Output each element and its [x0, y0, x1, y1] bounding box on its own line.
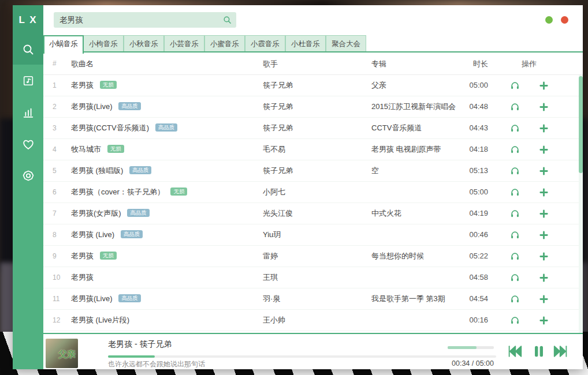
search-submit-icon[interactable]: [222, 15, 232, 27]
listen-button[interactable]: [508, 80, 521, 92]
quality-badge: 无损: [107, 145, 124, 153]
sidebar-item-search[interactable]: [13, 35, 43, 65]
tab-source-5[interactable]: 小蜜音乐: [204, 35, 245, 52]
song-name-cell: 老男孩 无损: [71, 75, 259, 96]
table-row[interactable]: 6 老男孩（cover：筷子兄弟） 无损 小阿七 05:00: [43, 182, 583, 203]
table-row[interactable]: 1 老男孩 无损 筷子兄弟 父亲 05:00: [43, 75, 583, 96]
tab-source-6[interactable]: 小霞音乐: [245, 35, 285, 52]
listen-button[interactable]: [508, 165, 521, 178]
header-name: 歌曲名: [71, 52, 259, 75]
add-button[interactable]: [537, 80, 550, 92]
progress-bar[interactable]: [108, 355, 496, 358]
table-row[interactable]: 3 老男孩(CCTV音乐频道) 高品质 筷子兄弟 CCTV音乐频道 04:43: [43, 118, 583, 139]
listen-button[interactable]: [508, 272, 521, 284]
heart-icon: [21, 137, 35, 151]
quality-badge: 高品质: [127, 209, 150, 217]
sidebar-item-favorites[interactable]: [13, 128, 43, 160]
song-index: 8: [53, 224, 66, 245]
close-button[interactable]: [561, 16, 568, 24]
listen-button[interactable]: [508, 229, 521, 242]
song-name-cell: 牧马城市 无损: [71, 139, 259, 160]
add-button[interactable]: [537, 250, 550, 263]
album-art-title: 父亲: [58, 349, 76, 360]
song-singer: 筷子兄弟: [263, 160, 367, 181]
song-name-cell: 老男孩: [71, 267, 259, 288]
album-art[interactable]: 父亲: [46, 339, 78, 368]
table-row[interactable]: 7 老男孩(女声版) 高品质 光头江俊 中式火花 04:19: [43, 203, 583, 224]
tab-source-3[interactable]: 小秋音乐: [124, 35, 164, 52]
table-row[interactable]: 12 老男孩 (Live片段) 王小帅 00:16: [43, 310, 583, 331]
tab-source-8[interactable]: 聚合大会: [326, 35, 366, 52]
sidebar-item-settings[interactable]: [13, 160, 43, 192]
volume-fill: [448, 346, 477, 349]
lyric-line: 也许永远都不会跟她说出那句话: [108, 359, 205, 369]
pause-button[interactable]: [530, 343, 548, 362]
table-row[interactable]: 11 老男孩(Live) 高品质 羽·泉 我是歌手第一季 第3期 04:54: [43, 288, 583, 310]
song-duration: 05:00: [436, 75, 488, 96]
table-row[interactable]: 9 老男孩 无损 雷婷 每当想你的时候 05:22: [43, 246, 583, 267]
listen-button[interactable]: [508, 314, 521, 327]
song-singer: 小阿七: [263, 182, 367, 202]
add-button[interactable]: [537, 293, 550, 306]
song-name-cell: 老男孩(Live) 高品质: [71, 288, 259, 309]
quality-badge: 高品质: [118, 294, 141, 302]
add-button[interactable]: [537, 314, 550, 327]
listen-button[interactable]: [508, 186, 521, 199]
listen-button[interactable]: [508, 101, 521, 114]
volume-slider[interactable]: [448, 346, 494, 349]
table-row[interactable]: 4 牧马城市 无损 毛不易 老男孩 电视剧原声带 04:18: [43, 139, 583, 160]
song-name-cell: 老男孩 (独唱版) 高品质: [71, 160, 259, 181]
song-title: 老男孩: [71, 81, 94, 89]
tab-source-7[interactable]: 小杜音乐: [285, 35, 326, 52]
add-button[interactable]: [537, 122, 550, 135]
song-index: 5: [53, 160, 66, 181]
song-title: 老男孩(女声版): [71, 209, 121, 217]
sidebar-item-leaderboard[interactable]: [13, 96, 43, 128]
listen-button[interactable]: [508, 144, 521, 156]
song-index: 12: [53, 310, 66, 331]
add-button[interactable]: [537, 229, 550, 242]
app-logo: L X: [13, 5, 43, 35]
song-title: 老男孩（cover：筷子兄弟）: [71, 187, 165, 196]
song-duration: 05:13: [436, 160, 488, 181]
add-button[interactable]: [537, 144, 550, 156]
song-duration: 04:43: [436, 118, 488, 138]
search-icon: [21, 43, 35, 57]
minimize-button[interactable]: [545, 16, 553, 24]
previous-button[interactable]: [505, 343, 524, 362]
table-row[interactable]: 10 老男孩 王琪 04:58: [43, 267, 583, 288]
listen-button[interactable]: [508, 122, 521, 135]
header-actions: 操作: [508, 52, 550, 74]
progress-fill: [108, 355, 155, 358]
table-row[interactable]: 2 老男孩(Live) 高品质 筷子兄弟 2015江苏卫视新年演唱会 04:48: [43, 96, 583, 118]
tab-source-4[interactable]: 小芸音乐: [164, 35, 204, 52]
add-button[interactable]: [537, 272, 550, 284]
add-button[interactable]: [537, 101, 550, 114]
player-bar: 父亲 老男孩 - 筷子兄弟 也许永远都不会跟她说出那句话 00:34 / 05:…: [43, 333, 583, 369]
header-duration: 时长: [436, 52, 488, 75]
listen-button[interactable]: [508, 208, 521, 220]
song-singer: 筷子兄弟: [263, 75, 367, 96]
add-button[interactable]: [537, 186, 550, 199]
tab-source-2[interactable]: 小枸音乐: [83, 35, 124, 52]
song-title: 老男孩: [71, 273, 94, 282]
song-duration: 04:48: [436, 96, 488, 117]
next-button[interactable]: [552, 343, 570, 362]
listen-button[interactable]: [508, 293, 521, 306]
listen-button[interactable]: [508, 250, 521, 263]
add-button[interactable]: [537, 208, 550, 220]
search-box: [54, 12, 236, 28]
quality-badge: 无损: [100, 252, 117, 260]
search-input[interactable]: [54, 12, 236, 28]
song-title: 老男孩(CCTV音乐频道): [71, 123, 149, 132]
song-duration: 04:19: [436, 203, 488, 224]
song-list: 1 老男孩 无损 筷子兄弟 父亲 05:00 2 老: [43, 75, 583, 331]
table-row[interactable]: 8 老男孩 (Live) 高品质 Yiu玥 00:46: [43, 224, 583, 246]
song-duration: 04:54: [436, 288, 488, 309]
add-button[interactable]: [537, 165, 550, 178]
table-row[interactable]: 5 老男孩 (独唱版) 高品质 筷子兄弟 空 05:13: [43, 160, 583, 182]
sidebar-item-my-music[interactable]: [13, 65, 43, 96]
scrollbar-thumb[interactable]: [579, 76, 583, 173]
header-index: #: [53, 52, 66, 75]
tab-source-1[interactable]: 小蜗音乐: [43, 35, 84, 54]
